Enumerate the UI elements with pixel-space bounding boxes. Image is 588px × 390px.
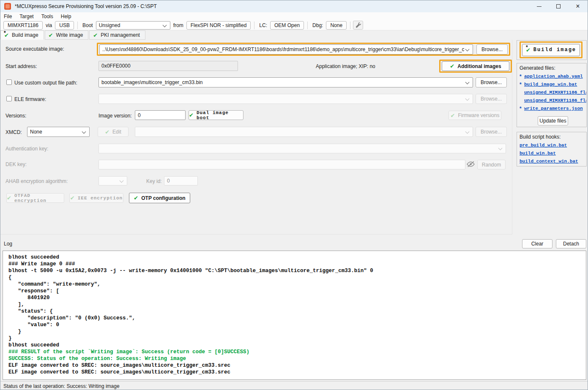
- menu-help[interactable]: Help: [61, 14, 76, 19]
- hook-row: pre_build_win.bat: [520, 141, 586, 149]
- dek-key-label: DEK key:: [5, 161, 27, 167]
- build-button-highlight: * ✔ Build image: [520, 41, 583, 58]
- update-files-button[interactable]: Update files: [538, 116, 568, 125]
- close-icon: ×: [576, 3, 580, 10]
- separator: [77, 22, 78, 29]
- boot-mode-combobox[interactable]: Unsigned: [96, 21, 170, 30]
- start-address-label: Start address:: [5, 63, 37, 69]
- separator: [350, 22, 350, 29]
- generated-file-link[interactable]: build_image_win.bat: [524, 82, 577, 87]
- ele-firmware-checkbox[interactable]: [6, 96, 12, 101]
- hook-link[interactable]: build_win.bat: [520, 151, 556, 156]
- hook-link[interactable]: pre_build_win.bat: [520, 143, 567, 148]
- tab-pki-management[interactable]: ✔ PKI management: [89, 30, 145, 40]
- chevron-down-icon: [465, 97, 470, 101]
- log-line: {: [8, 274, 586, 281]
- otfad-encryption-label: OTFAD encryption: [14, 193, 64, 203]
- xmcd-combobox[interactable]: None: [27, 127, 90, 137]
- connection-button[interactable]: USB: [55, 21, 74, 30]
- additional-images-button[interactable]: ✔ Additional images: [442, 61, 509, 71]
- clear-log-button[interactable]: Clear: [522, 239, 552, 248]
- check-icon: ✔: [134, 195, 138, 201]
- log-line: 8401920: [8, 295, 586, 301]
- start-address-field[interactable]: 0x0FFE0000: [98, 61, 238, 71]
- random-dek-button: Random: [477, 160, 506, 169]
- log-line: "description": "0 (0x0) Success.",: [8, 315, 586, 322]
- application-image-info: Application image; XIP: no: [316, 63, 375, 69]
- source-browse-button[interactable]: Browse...: [476, 44, 508, 55]
- show-dek-key-button[interactable]: [467, 161, 475, 169]
- chevron-down-icon: [465, 130, 470, 134]
- xmcd-file-combobox: [135, 127, 473, 137]
- dual-image-boot-button[interactable]: ✔ Dual image boot: [189, 110, 243, 120]
- source-image-highlight: ..\Users\nxf48860\Downloads\SDK_25_09_00…: [97, 43, 510, 56]
- build-image-button[interactable]: * ✔ Build image: [522, 44, 580, 56]
- generated-file-row: *application_ahab.yaml: [520, 72, 586, 80]
- log-line: "status": {: [8, 308, 586, 315]
- tab-label: Write image: [56, 32, 83, 38]
- generated-file-link[interactable]: write_parameters.json: [524, 106, 583, 111]
- otp-configuration-label: OTP configuration: [141, 195, 185, 201]
- menu-tools[interactable]: Tools: [41, 14, 57, 19]
- custom-output-checkbox[interactable]: [6, 79, 12, 85]
- menu-file[interactable]: File: [4, 14, 16, 19]
- xmcd-value: None: [30, 129, 42, 135]
- ahab-algorithm-label: AHAB encryption algorithm:: [5, 178, 68, 184]
- build-button-groupbox: * ✔ Build image: [517, 40, 587, 60]
- close-button[interactable]: ×: [568, 0, 588, 12]
- window-controls: ×: [529, 0, 588, 12]
- otp-configuration-button[interactable]: ✔ OTP configuration: [129, 193, 190, 203]
- log-output[interactable]: blhost succeeded### Write image 0 ###blh…: [3, 251, 586, 380]
- output-browse-button[interactable]: Browse...: [476, 77, 507, 87]
- via-label: via: [46, 22, 52, 28]
- menu-bar: FileTargetToolsHelp: [0, 12, 588, 20]
- menu-target[interactable]: Target: [19, 14, 38, 19]
- generated-files-title: Generated files:: [520, 65, 586, 71]
- hook-row: build_win.bat: [520, 149, 586, 157]
- wrench-icon: [355, 22, 361, 28]
- tab-bar: * ✔ Build image ✔ Write image ✔ PKI mana…: [0, 30, 588, 40]
- chevron-down-icon: [162, 23, 167, 27]
- modified-marker: *: [4, 30, 6, 36]
- life-cycle-button[interactable]: OEM Open: [270, 21, 304, 30]
- log-line: ### Write image 0 ###: [8, 261, 586, 267]
- tab-label: Build image: [12, 32, 38, 38]
- chevron-down-icon: [82, 130, 86, 134]
- minimize-button[interactable]: [529, 0, 549, 12]
- hook-link[interactable]: build_context_win.bat: [520, 159, 578, 164]
- detach-log-button[interactable]: Detach: [556, 239, 586, 248]
- log-title: Log: [4, 241, 12, 247]
- image-version-field[interactable]: 0: [135, 110, 186, 120]
- authentication-key-label: Authentication key:: [5, 146, 48, 152]
- maximize-button[interactable]: [549, 0, 568, 12]
- ele-firmware-combobox: [98, 94, 473, 104]
- debugger-button[interactable]: None: [326, 21, 347, 30]
- additional-images-highlight: ✔ Additional images: [439, 60, 512, 73]
- log-line: ELF image converted to SREC: source_imag…: [8, 369, 586, 376]
- versions-label: Versions:: [5, 113, 26, 119]
- generated-file-row: unsigned_MIMXRT1186_fla: [520, 96, 586, 104]
- tab-build-image[interactable]: * ✔ Build image: [0, 30, 44, 40]
- log-line: blhost -t 5000 -u 0x15A2,0x0073 -j -- wr…: [8, 267, 586, 274]
- log-line: SUCCESS: Status of the operation: Succes…: [8, 355, 586, 362]
- from-label: from: [173, 22, 183, 28]
- generated-file-link[interactable]: application_ahab.yaml: [524, 74, 583, 79]
- minimize-icon: [537, 6, 542, 7]
- processor-button[interactable]: MIMXRT1186: [3, 21, 43, 30]
- generated-file-link[interactable]: unsigned_MIMXRT1186_fla: [524, 98, 586, 103]
- maximize-icon: [556, 4, 561, 8]
- key-id-label: Key id:: [146, 178, 162, 184]
- iee-encryption-button: ✔ IEE encryption: [69, 193, 123, 203]
- source-image-path: ..\Users\nxf48860\Downloads\SDK_25_09_00…: [102, 46, 464, 52]
- xmcd-browse-button: Browse...: [476, 127, 507, 137]
- output-path-combobox[interactable]: bootable_images\multicore_trigger_cm33.b…: [98, 77, 473, 87]
- settings-button[interactable]: [353, 21, 363, 30]
- source-image-combobox[interactable]: ..\Users\nxf48860\Downloads\SDK_25_09_00…: [99, 44, 473, 55]
- boot-device-button[interactable]: FlexSPI NOR - simplified: [186, 21, 251, 30]
- dbg-label: Dbg:: [312, 22, 323, 28]
- generated-file-link[interactable]: unsigned_MIMXRT1186_fla: [524, 90, 586, 95]
- title-bar: *MCUXpresso Secure Provisioning Tool ver…: [0, 0, 588, 12]
- tab-write-image[interactable]: ✔ Write image: [45, 30, 89, 40]
- additional-images-label: Additional images: [457, 63, 501, 69]
- ele-browse-button: Browse...: [476, 94, 507, 104]
